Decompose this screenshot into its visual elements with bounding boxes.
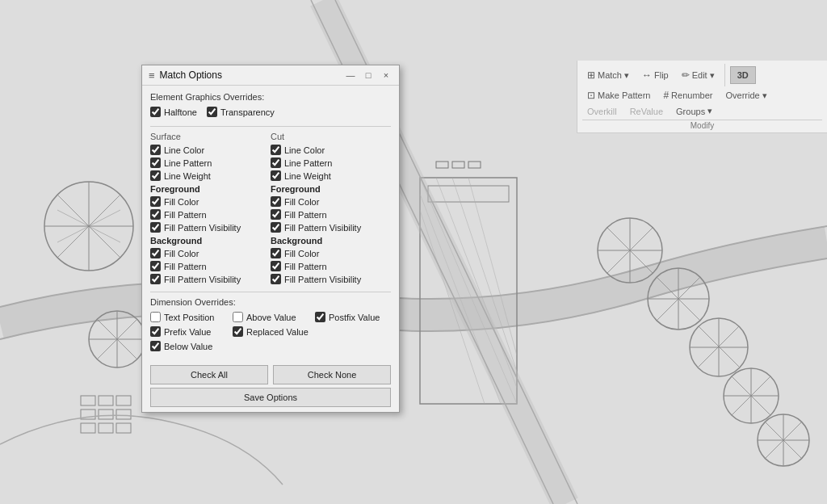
halftone-checkbox[interactable] — [150, 107, 161, 117]
surface-bg-fill-pattern-vis-checkbox[interactable] — [150, 274, 161, 284]
surface-bg-fill-pattern-vis-label[interactable]: Fill Pattern Visibility — [164, 275, 241, 284]
surface-bg-fill-pattern-label[interactable]: Fill Pattern — [164, 262, 207, 271]
prefix-value-checkbox[interactable] — [150, 326, 161, 337]
overkill-button[interactable]: Overkill — [582, 105, 622, 118]
below-value-label[interactable]: Below Value — [164, 342, 212, 351]
cut-fg-fill-color-checkbox[interactable] — [271, 196, 281, 207]
below-value-row: Below Value — [150, 341, 226, 351]
prefix-value-label[interactable]: Prefix Value — [164, 327, 212, 337]
surface-line-pattern-label[interactable]: Line Pattern — [164, 158, 212, 168]
cut-bg-fill-color-row: Fill Color — [271, 248, 384, 258]
renumber-button[interactable]: # Renumber — [658, 88, 717, 103]
cut-line-pattern-label[interactable]: Line Pattern — [284, 158, 332, 168]
3d-button[interactable]: 3D — [730, 66, 756, 84]
cut-line-weight-checkbox[interactable] — [271, 170, 281, 181]
ribbon-section-label: Modify — [582, 120, 822, 131]
cut-bg-fill-pattern-vis-checkbox[interactable] — [271, 274, 281, 284]
edit-button[interactable]: ✏ Edit ▾ — [677, 68, 720, 82]
cut-fg-fill-pattern-checkbox[interactable] — [271, 209, 281, 220]
ribbon-toolbar: ⊞ Match ▾ ↔ Flip ✏ Edit ▾ 3D ⊡ Make Patt… — [577, 61, 827, 133]
minimize-button[interactable]: — — [344, 69, 357, 82]
check-all-button[interactable]: Check All — [150, 365, 268, 384]
below-value-checkbox[interactable] — [150, 341, 161, 351]
cut-fg-fill-pattern-label[interactable]: Fill Pattern — [284, 210, 327, 220]
cut-bg-fill-pattern-vis-row: Fill Pattern Visibility — [271, 274, 384, 284]
transparency-label[interactable]: Transparency — [220, 107, 275, 117]
cut-line-color-label[interactable]: Line Color — [284, 145, 325, 155]
above-value-checkbox[interactable] — [233, 312, 243, 322]
surface-bg-fill-pattern-row: Fill Pattern — [150, 261, 264, 271]
dimension-section: Dimension Overrides: Text Position Above… — [150, 297, 391, 354]
match-icon: ⊞ — [587, 69, 595, 81]
dimension-grid: Text Position Above Value Postfix Value … — [150, 312, 391, 354]
surface-fg-fill-pattern-label[interactable]: Fill Pattern — [164, 210, 207, 220]
groups-button[interactable]: Groups ▾ — [671, 104, 717, 118]
match-button[interactable]: ⊞ Match ▾ — [582, 68, 634, 82]
halftone-label[interactable]: Halftone — [164, 107, 197, 117]
above-value-label[interactable]: Above Value — [246, 313, 296, 322]
surface-line-pattern-row: Line Pattern — [150, 158, 264, 168]
surface-line-color-checkbox[interactable] — [150, 145, 161, 155]
surface-background-label: Background — [150, 236, 264, 246]
surface-line-pattern-checkbox[interactable] — [150, 158, 161, 168]
surface-line-color-row: Line Color — [150, 145, 264, 155]
save-options-button[interactable]: Save Options — [150, 388, 391, 407]
make-pattern-button[interactable]: ⊡ Make Pattern — [582, 88, 655, 103]
element-graphics-label: Element Graphics Overrides: — [150, 92, 391, 102]
surface-fg-fill-pattern-checkbox[interactable] — [150, 209, 161, 220]
cut-line-color-row: Line Color — [271, 145, 384, 155]
cut-bg-fill-pattern-checkbox[interactable] — [271, 261, 281, 271]
surface-line-weight-row: Line Weight — [150, 170, 264, 181]
dialog-title-icon: ≡ — [149, 69, 155, 82]
surface-fg-fill-pattern-vis-checkbox[interactable] — [150, 222, 161, 233]
match-arrow-icon: ▾ — [624, 70, 629, 81]
surface-line-color-label[interactable]: Line Color — [164, 145, 204, 155]
postfix-value-label[interactable]: Postfix Value — [329, 313, 380, 322]
surface-fg-fill-color-checkbox[interactable] — [150, 196, 161, 207]
dialog-body: Element Graphics Overrides: Halftone Tra… — [142, 86, 399, 360]
surface-column: Surface Line Color Line Pattern Line Wei… — [150, 132, 271, 287]
surface-line-weight-label[interactable]: Line Weight — [164, 171, 211, 181]
replaced-value-label[interactable]: Replaced Value — [246, 327, 309, 337]
text-position-label[interactable]: Text Position — [164, 313, 214, 322]
cut-line-color-checkbox[interactable] — [271, 145, 281, 155]
revalue-button[interactable]: ReValue — [625, 105, 668, 118]
surface-fg-fill-pattern-vis-row: Fill Pattern Visibility — [150, 222, 264, 233]
match-options-dialog: ≡ Match Options — □ × Element Graphics O… — [141, 65, 400, 413]
surface-foreground-label: Foreground — [150, 184, 264, 194]
check-none-button[interactable]: Check None — [273, 365, 391, 384]
flip-button[interactable]: ↔ Flip — [637, 68, 674, 82]
close-button[interactable]: × — [380, 69, 393, 82]
cut-bg-fill-color-checkbox[interactable] — [271, 248, 281, 258]
override-button[interactable]: Override ▾ — [720, 89, 771, 103]
text-position-checkbox[interactable] — [150, 312, 161, 322]
cut-bg-fill-pattern-label[interactable]: Fill Pattern — [284, 262, 327, 271]
cut-foreground-label: Foreground — [271, 184, 384, 194]
surface-bg-fill-color-checkbox[interactable] — [150, 248, 161, 258]
postfix-value-checkbox[interactable] — [315, 312, 325, 322]
cut-bg-fill-pattern-vis-label[interactable]: Fill Pattern Visibility — [284, 275, 361, 284]
dialog-titlebar: ≡ Match Options — □ × — [142, 65, 399, 86]
maximize-button[interactable]: □ — [362, 69, 375, 82]
cut-fg-fill-pattern-vis-checkbox[interactable] — [271, 222, 281, 233]
surface-fg-fill-color-label[interactable]: Fill Color — [164, 197, 199, 207]
transparency-row: Transparency — [207, 107, 275, 117]
cut-fg-fill-pattern-vis-label[interactable]: Fill Pattern Visibility — [284, 223, 361, 233]
edit-icon: ✏ — [682, 69, 690, 81]
cut-line-pattern-checkbox[interactable] — [271, 158, 281, 168]
cut-bg-fill-color-label[interactable]: Fill Color — [284, 249, 319, 258]
flip-icon: ↔ — [642, 69, 652, 81]
prefix-value-row: Prefix Value — [150, 326, 226, 337]
surface-line-weight-checkbox[interactable] — [150, 170, 161, 181]
surface-fg-fill-pattern-vis-label[interactable]: Fill Pattern Visibility — [164, 223, 241, 233]
cut-label: Cut — [271, 132, 384, 141]
cut-fg-fill-pattern-row: Fill Pattern — [271, 209, 384, 220]
cut-line-weight-label[interactable]: Line Weight — [284, 171, 331, 181]
surface-bg-fill-color-label[interactable]: Fill Color — [164, 249, 199, 258]
dialog-title: Match Options — [160, 69, 339, 81]
above-value-row: Above Value — [233, 312, 309, 322]
surface-bg-fill-pattern-checkbox[interactable] — [150, 261, 161, 271]
replaced-value-checkbox[interactable] — [233, 326, 243, 337]
cut-fg-fill-color-label[interactable]: Fill Color — [284, 197, 319, 207]
transparency-checkbox[interactable] — [207, 107, 217, 117]
